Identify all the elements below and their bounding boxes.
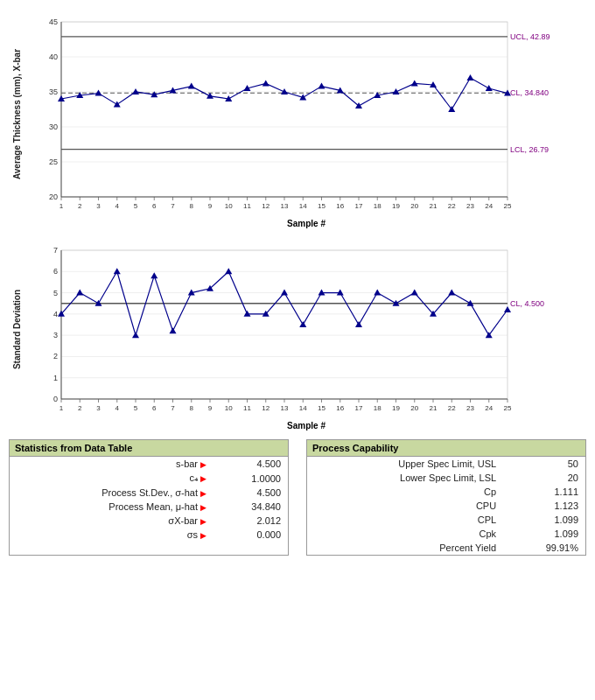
svg-text:9: 9 <box>208 202 213 210</box>
svg-text:18: 18 <box>374 404 382 412</box>
svg-text:UCL, 42.89: UCL, 42.89 <box>510 32 550 41</box>
xbar-chart-container: Average Thickness (mm), X-bar 2025303540… <box>9 9 586 228</box>
svg-text:LCL, 26.79: LCL, 26.79 <box>510 145 549 154</box>
stat-label: Percent Yield <box>307 541 500 555</box>
stat-label: Cpk <box>307 527 500 541</box>
stat-label: s-bar ▶ <box>10 457 210 471</box>
svg-text:0: 0 <box>53 395 58 403</box>
svg-text:25: 25 <box>504 404 512 412</box>
stat-value: 99.91% <box>500 541 585 555</box>
table-row: Process St.Dev., σ-hat ▶ 4.500 <box>10 486 288 500</box>
table-row: Lower Spec Limit, LSL 20 <box>307 471 585 485</box>
stat-value: 34.840 <box>210 500 288 514</box>
stat-label: CPU <box>307 499 500 513</box>
table-row: Cp 1.111 <box>307 485 585 499</box>
table-row: σX-bar ▶ 2.012 <box>10 514 288 528</box>
stats-section: Statistics from Data Table s-bar ▶ 4.500… <box>9 439 586 556</box>
svg-text:7: 7 <box>171 404 175 412</box>
svg-text:1: 1 <box>60 202 64 210</box>
svg-text:25: 25 <box>49 158 58 166</box>
svg-text:19: 19 <box>392 404 400 412</box>
stat-value: 0.000 <box>210 528 288 542</box>
stat-value: 4.500 <box>210 486 288 500</box>
svg-text:23: 23 <box>466 404 474 412</box>
table-row: c₄ ▶ 1.0000 <box>10 471 288 486</box>
svg-text:6: 6 <box>53 267 58 276</box>
svg-text:12: 12 <box>262 202 270 210</box>
stats-right-header: Process Capability <box>307 440 585 457</box>
stat-label: σs ▶ <box>10 528 210 542</box>
stat-label: Lower Spec Limit, LSL <box>307 471 500 485</box>
svg-text:12: 12 <box>262 404 270 412</box>
svg-text:1: 1 <box>60 404 64 412</box>
svg-text:16: 16 <box>336 404 344 412</box>
svg-text:8: 8 <box>190 202 194 210</box>
svg-text:4: 4 <box>116 404 120 412</box>
svg-text:1: 1 <box>53 374 58 382</box>
svg-text:23: 23 <box>466 202 474 210</box>
svg-text:20: 20 <box>410 202 418 210</box>
stat-label: Cp <box>307 485 500 499</box>
svg-text:30: 30 <box>49 122 58 131</box>
stats-left-table: s-bar ▶ 4.500 c₄ ▶ 1.0000 Process St.Dev… <box>10 457 288 542</box>
svg-text:5: 5 <box>53 289 58 298</box>
svg-text:5: 5 <box>134 404 138 412</box>
svg-text:11: 11 <box>243 404 251 412</box>
svg-text:17: 17 <box>355 202 363 210</box>
stat-value: 50 <box>500 457 585 471</box>
table-row: CPU 1.123 <box>307 499 585 513</box>
svg-text:2: 2 <box>53 352 58 360</box>
svg-text:6: 6 <box>152 404 157 412</box>
svg-rect-96 <box>61 250 508 399</box>
stat-value: 1.111 <box>500 485 585 499</box>
svg-text:20: 20 <box>49 192 58 201</box>
svg-text:3: 3 <box>96 404 101 412</box>
table-row: CPL 1.099 <box>307 513 585 527</box>
stat-label: CPL <box>307 513 500 527</box>
svg-text:13: 13 <box>281 202 289 210</box>
svg-rect-0 <box>61 22 508 197</box>
table-row: Process Mean, μ-hat ▶ 34.840 <box>10 500 288 514</box>
svg-text:9: 9 <box>208 404 213 412</box>
svg-text:3: 3 <box>53 331 58 340</box>
schart-y-title: Standard Deviation <box>9 237 26 421</box>
stat-value: 2.012 <box>210 514 288 528</box>
svg-text:15: 15 <box>318 404 326 412</box>
xbar-y-title: Average Thickness (mm), X-bar <box>9 9 26 219</box>
schart-svg: 0123456712345678910111213141516171819202… <box>26 237 586 421</box>
svg-text:17: 17 <box>355 404 363 412</box>
stats-right-box: Process Capability Upper Spec Limit, USL… <box>306 439 586 556</box>
table-row: Upper Spec Limit, USL 50 <box>307 457 585 471</box>
svg-text:10: 10 <box>225 202 233 210</box>
svg-text:16: 16 <box>336 202 344 210</box>
svg-text:21: 21 <box>430 404 438 412</box>
svg-text:2: 2 <box>78 404 82 412</box>
stats-left-header: Statistics from Data Table <box>10 440 288 457</box>
svg-text:6: 6 <box>152 202 157 210</box>
svg-text:2: 2 <box>78 202 82 210</box>
svg-text:8: 8 <box>190 404 194 412</box>
stat-label: c₄ ▶ <box>10 471 210 486</box>
xbar-chart-svg: 2025303540451234567891011121314151617181… <box>26 9 586 219</box>
svg-text:22: 22 <box>448 404 456 412</box>
stat-value: 4.500 <box>210 457 288 471</box>
table-row: Percent Yield 99.91% <box>307 541 585 555</box>
svg-text:25: 25 <box>504 202 512 210</box>
stat-value: 1.123 <box>500 499 585 513</box>
svg-text:35: 35 <box>49 88 58 96</box>
svg-text:11: 11 <box>243 202 251 210</box>
svg-text:24: 24 <box>485 404 493 412</box>
stat-label: Upper Spec Limit, USL <box>307 457 500 471</box>
xbar-x-title: Sample # <box>26 219 586 228</box>
svg-text:4: 4 <box>53 310 58 318</box>
svg-text:13: 13 <box>281 404 289 412</box>
stat-value: 20 <box>500 471 585 485</box>
svg-text:14: 14 <box>299 202 307 210</box>
svg-text:22: 22 <box>448 202 456 210</box>
svg-text:10: 10 <box>225 404 233 412</box>
stats-left-box: Statistics from Data Table s-bar ▶ 4.500… <box>9 439 289 556</box>
svg-text:5: 5 <box>134 202 138 210</box>
stat-label: σX-bar ▶ <box>10 514 210 528</box>
stat-label: Process St.Dev., σ-hat ▶ <box>10 486 210 500</box>
svg-text:7: 7 <box>171 202 175 210</box>
